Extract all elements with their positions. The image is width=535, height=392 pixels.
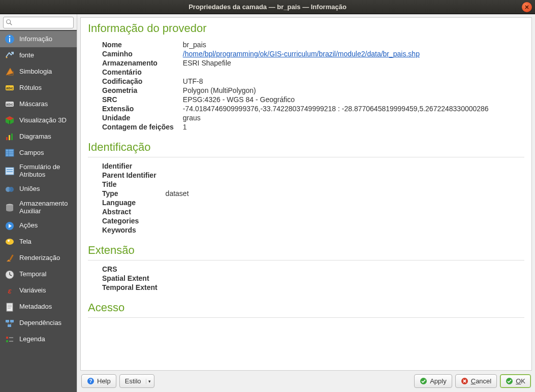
svg-rect-13 xyxy=(6,149,14,156)
sidebar-item-metadata[interactable]: Metadados xyxy=(0,299,77,315)
info-icon xyxy=(4,34,15,45)
row-key: Spatial Extent xyxy=(99,274,164,283)
content-scroll[interactable]: Informação do provedor Nomebr_paisCaminh… xyxy=(80,17,532,371)
sidebar-item-label: Formulário de Atributos xyxy=(19,164,73,179)
row-key: CRS xyxy=(99,265,164,274)
diagrams-icon xyxy=(4,131,15,142)
row-value xyxy=(163,171,192,180)
row-key: Codificação xyxy=(99,77,180,86)
sidebar-item-temporal[interactable]: Temporal xyxy=(0,267,77,283)
table-row: Language xyxy=(99,198,192,207)
row-value xyxy=(163,207,192,216)
svg-rect-42 xyxy=(6,340,8,342)
sidebar-item-label: Renderização xyxy=(19,254,73,262)
row-key: Parent Identifier xyxy=(99,171,163,180)
svg-point-0 xyxy=(7,20,11,24)
svg-rect-32 xyxy=(7,303,13,311)
table-row: Title xyxy=(99,180,192,189)
sidebar-nav[interactable]: InformaçãofonteSimbologiaabcRótulosabcMá… xyxy=(0,30,77,392)
table-row: Caminho/home/bpl/programming/ok/GIS-curr… xyxy=(99,49,492,58)
search-input[interactable] xyxy=(3,17,74,28)
table-row: GeometriaPolygon (MultiPolygon) xyxy=(99,86,492,95)
provider-table: Nomebr_paisCaminho/home/bpl/programming/… xyxy=(99,40,492,132)
dependencies-icon xyxy=(4,318,15,329)
cancel-button[interactable]: Cancel xyxy=(455,374,497,388)
ok-button[interactable]: OK xyxy=(500,374,531,388)
sidebar-item-display[interactable]: Tela xyxy=(0,234,77,250)
sidebar-item-diagrams[interactable]: Diagramas xyxy=(0,128,77,145)
svg-point-5 xyxy=(6,57,8,58)
row-key: Abstract xyxy=(99,207,163,216)
svg-rect-11 xyxy=(9,135,10,140)
sidebar-item-legend[interactable]: Legenda xyxy=(0,332,77,348)
table-row: Contagem de feições1 xyxy=(99,122,492,132)
sidebar-item-masks[interactable]: abcMáscaras xyxy=(0,96,77,112)
sidebar-item-attrform[interactable]: Formulário de Atributos xyxy=(0,161,77,181)
help-button[interactable]: ? Help xyxy=(81,374,116,388)
row-key: Categories xyxy=(99,216,163,225)
sidebar-item-labels[interactable]: abcRótulos xyxy=(0,80,77,96)
row-value: dataset xyxy=(163,189,192,198)
sidebar-item-rendering[interactable]: Renderização xyxy=(0,250,77,267)
table-row: Spatial Extent xyxy=(99,274,170,283)
sidebar-item-label: Armazenamento Auxiliar xyxy=(19,200,73,215)
row-value: 1 xyxy=(180,122,492,132)
svg-rect-10 xyxy=(6,137,8,140)
table-row: CRS xyxy=(99,265,170,274)
table-row: Parent Identifier xyxy=(99,171,192,180)
sidebar-item-dependencies[interactable]: Dependências xyxy=(0,315,77,332)
row-key: Comentário xyxy=(99,68,180,77)
row-value[interactable]: /home/bpl/programming/ok/GIS-curriculum/… xyxy=(180,49,492,58)
sidebar-item-source[interactable]: fonte xyxy=(0,47,77,63)
svg-rect-18 xyxy=(7,169,13,170)
apply-button[interactable]: Apply xyxy=(414,374,452,388)
temporal-icon xyxy=(4,269,15,280)
sidebar-item-auxstorage[interactable]: Armazenamento Auxiliar xyxy=(0,198,77,218)
svg-line-40 xyxy=(10,322,12,324)
sidebar-item-view3d[interactable]: Visualização 3D xyxy=(0,112,77,128)
row-value: -74.0184746909999376,-33.742280374999921… xyxy=(180,104,492,113)
attrform-icon xyxy=(4,166,15,177)
svg-rect-37 xyxy=(10,320,14,322)
svg-rect-27 xyxy=(9,254,14,260)
row-key: Keywords xyxy=(99,225,163,235)
button-bar: ? Help Estilo ▾ Apply Cancel xyxy=(77,372,535,392)
sidebar: InformaçãofonteSimbologiaabcRótulosabcMá… xyxy=(0,14,77,392)
row-value: br_pais xyxy=(180,40,492,49)
sidebar-item-label: Simbologia xyxy=(19,68,73,76)
view3d-icon xyxy=(4,115,15,126)
svg-text:abc: abc xyxy=(6,86,13,90)
svg-point-4 xyxy=(9,36,11,38)
metadata-icon xyxy=(4,302,15,313)
titlebar: Propriedades da camada — br_pais — Infor… xyxy=(0,0,535,14)
sidebar-item-variables[interactable]: εVariáveis xyxy=(0,283,77,299)
window-close-button[interactable] xyxy=(522,2,532,12)
sidebar-item-joins[interactable]: Uniões xyxy=(0,181,77,198)
search-icon xyxy=(6,19,13,26)
symbology-icon xyxy=(4,66,15,77)
sidebar-item-label: Metadados xyxy=(19,303,73,311)
sidebar-item-actions[interactable]: Ações xyxy=(0,218,77,234)
svg-text:ε: ε xyxy=(8,286,12,295)
display-icon xyxy=(4,237,15,248)
masks-icon: abc xyxy=(4,99,15,110)
sidebar-item-label: fonte xyxy=(19,52,73,59)
svg-line-39 xyxy=(7,322,9,324)
table-row: Extensão-74.0184746909999376,-33.7422803… xyxy=(99,104,492,113)
section-access-heading: Acesso xyxy=(88,301,524,318)
sidebar-item-label: Informação xyxy=(19,36,73,43)
sidebar-item-fields[interactable]: Campos xyxy=(0,145,77,161)
sidebar-item-symbology[interactable]: Simbologia xyxy=(0,63,77,80)
style-button[interactable]: Estilo ▾ xyxy=(119,374,154,388)
source-icon xyxy=(4,50,15,61)
svg-rect-36 xyxy=(6,320,9,322)
path-link[interactable]: /home/bpl/programming/ok/GIS-curriculum/… xyxy=(183,50,420,58)
fields-icon xyxy=(4,147,15,158)
auxstorage-icon xyxy=(4,202,15,213)
actions-icon xyxy=(4,220,15,232)
row-value: ESRI Shapefile xyxy=(180,58,492,68)
row-key: Title xyxy=(99,180,163,189)
sidebar-item-info[interactable]: Informação xyxy=(0,31,77,47)
svg-rect-3 xyxy=(9,38,10,42)
cancel-icon xyxy=(461,377,468,385)
